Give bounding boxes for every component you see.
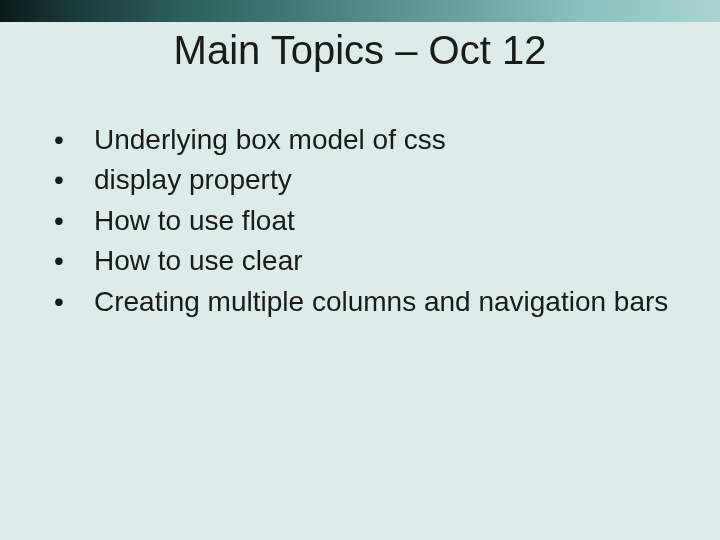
header-gradient-bar xyxy=(0,0,720,22)
list-item: • Underlying box model of css xyxy=(54,122,674,158)
bullet-text: Underlying box model of css xyxy=(94,122,446,158)
bullet-icon: • xyxy=(54,122,94,158)
list-item: • How to use clear xyxy=(54,243,674,279)
bullet-list: • Underlying box model of css • display … xyxy=(54,122,674,324)
list-item: • display property xyxy=(54,162,674,198)
slide-title: Main Topics – Oct 12 xyxy=(0,28,720,73)
bullet-icon: • xyxy=(54,243,94,279)
list-item: • How to use float xyxy=(54,203,674,239)
bullet-text: How to use clear xyxy=(94,243,303,279)
bullet-text: How to use float xyxy=(94,203,295,239)
bullet-icon: • xyxy=(54,203,94,239)
bullet-icon: • xyxy=(54,162,94,198)
bullet-text: Creating multiple columns and navigation… xyxy=(94,284,668,320)
bullet-icon: • xyxy=(54,284,94,320)
list-item: • Creating multiple columns and navigati… xyxy=(54,284,674,320)
bullet-text: display property xyxy=(94,162,292,198)
